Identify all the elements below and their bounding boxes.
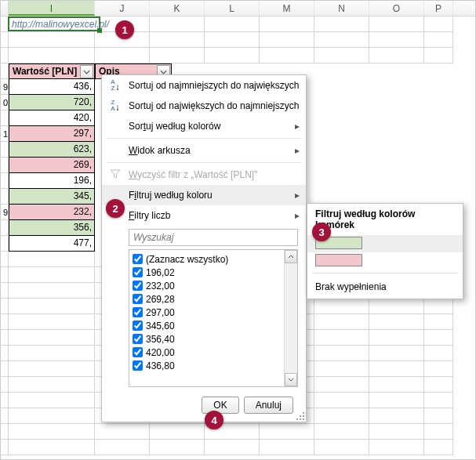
table-row[interactable]: 420, (9, 110, 95, 126)
menu-sort-desc[interactable]: ZA↓ Sortuj od największych do najmniejsz… (102, 96, 306, 116)
menu-filter-color[interactable]: Filtruj według koloru ▸ (102, 185, 306, 205)
table-row[interactable]: 356, (9, 220, 95, 236)
chk-select-all[interactable] (133, 254, 143, 264)
col-head-J[interactable]: J (95, 1, 150, 16)
menu-sort-asc[interactable]: AZ↓ Sortuj od najmniejszych do największ… (102, 75, 306, 96)
callout-4: 4 (205, 411, 223, 429)
sort-asc-icon: AZ↓ (108, 79, 122, 92)
sort-desc-icon: ZA↓ (108, 100, 122, 113)
chk-value[interactable] (133, 281, 143, 291)
ok-button[interactable]: OK (202, 397, 238, 414)
chevron-right-icon: ▸ (295, 190, 300, 201)
chk-label: 356,40 (146, 334, 175, 345)
table-row[interactable]: 436, (9, 79, 95, 95)
chk-label: 269,28 (146, 294, 175, 305)
chk-label: 297,00 (146, 307, 175, 318)
callout-2: 2 (106, 199, 125, 218)
scroll-up-icon[interactable] (285, 250, 297, 263)
chk-label: 420,00 (146, 347, 175, 358)
chk-value[interactable] (133, 321, 143, 331)
menu-sheet-view[interactable]: Widok arkusza ▸ (102, 140, 306, 161)
chk-value[interactable] (133, 347, 143, 357)
col-head-N[interactable]: N (314, 1, 369, 16)
submenu-no-fill[interactable]: Brak wypełnienia (307, 277, 463, 294)
col-head-L[interactable]: L (205, 1, 260, 16)
filter-menu: AZ↓ Sortuj od najmniejszych do największ… (101, 74, 307, 422)
chk-value[interactable] (133, 267, 143, 277)
table-row[interactable]: 623, (9, 142, 95, 158)
header-wartosc-label: Wartość [PLN] (13, 66, 77, 77)
menu-sort-color[interactable]: Sortuj według kolorów ▸ (102, 116, 306, 136)
table-row[interactable]: 196, (9, 173, 95, 189)
funnel-icon (108, 168, 122, 182)
menu-filter-numbers[interactable]: Filtry liczb ▸ (102, 205, 306, 226)
chevron-right-icon: ▸ (295, 145, 300, 156)
swatch-red[interactable] (307, 252, 463, 270)
chk-label: 196,02 (146, 267, 175, 278)
header-wartosc[interactable]: Wartość [PLN] (9, 63, 95, 79)
filter-button-wartosc[interactable] (80, 65, 93, 78)
chevron-down-icon (160, 70, 167, 74)
swatch-green[interactable] (307, 235, 463, 252)
chk-value[interactable] (133, 334, 143, 344)
fill-handle[interactable] (97, 28, 102, 33)
col-head-P[interactable]: P (424, 1, 453, 16)
table-row[interactable]: 232, (9, 205, 95, 220)
column-headers: I J K L M N O P (1, 1, 475, 16)
color-filter-submenu: Filtruj według kolorów komórek Brak wype… (307, 203, 463, 299)
search-input[interactable] (129, 229, 298, 246)
scrollbar[interactable] (284, 250, 297, 386)
callout-1: 1 (115, 20, 134, 39)
callout-3: 3 (312, 223, 331, 241)
filter-values-list: (Zaznacz wszystko)196,02232,00269,28297,… (129, 249, 298, 387)
col-head-O[interactable]: O (369, 1, 424, 16)
chk-label: 232,00 (146, 281, 175, 292)
col-head-K[interactable]: K (150, 1, 205, 16)
active-cell[interactable]: http://malinowyexcel.pl/ (8, 16, 100, 31)
chevron-right-icon: ▸ (295, 210, 300, 221)
chk-value[interactable] (133, 360, 143, 371)
col-head-M[interactable]: M (260, 1, 314, 16)
cell-url-text: http://malinowyexcel.pl/ (12, 19, 109, 30)
cancel-button[interactable]: Anuluj (244, 397, 293, 414)
resize-grip-icon[interactable] (295, 411, 304, 420)
chk-value[interactable] (133, 307, 143, 317)
chk-value[interactable] (133, 294, 143, 304)
scroll-down-icon[interactable] (285, 373, 297, 386)
table-row[interactable]: 720, (9, 95, 95, 110)
chevron-down-icon (83, 70, 90, 74)
table-row[interactable]: 345, (9, 189, 95, 205)
menu-clear-filter: Wyczyść filtr z „Wartość [PLN]" (102, 165, 306, 185)
chk-label: (Zaznacz wszystko) (146, 254, 228, 265)
chk-label: 436,80 (146, 360, 175, 371)
table-row[interactable]: 477, (9, 236, 95, 252)
chk-label: 345,60 (146, 321, 175, 331)
table-row[interactable]: 297, (9, 126, 95, 142)
table-row[interactable]: 269, (9, 158, 95, 173)
spreadsheet: I J K L M N O P http://malinowyexcel.pl/… (0, 0, 476, 460)
chevron-right-icon: ▸ (295, 121, 300, 132)
col-head-I[interactable]: I (9, 1, 95, 16)
